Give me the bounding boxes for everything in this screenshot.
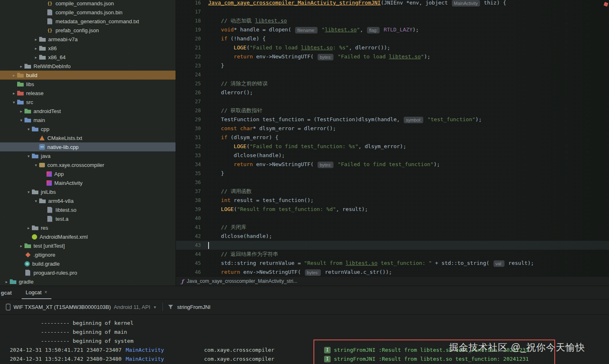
tree-item-java[interactable]: ▾java [0,151,176,160]
tree-item-gradle[interactable]: ▸gradle [0,277,176,286]
code-line-20[interactable]: 20 if (!handle) { [176,34,609,43]
code-line-22[interactable]: 22 return env->NewStringUTF( bytes: "Fai… [176,52,609,61]
code-line-17[interactable]: 17 [176,7,609,16]
tree-item-release[interactable]: ▸release [0,89,176,98]
tree-item-metadata-generation-command-txt[interactable]: metadata_generation_command.txt [0,17,176,26]
chevron-right-icon[interactable]: ▸ [18,109,24,113]
device-selector[interactable]: WIF TXSAM_XT (T1SAMW3B0000103B) Android … [0,304,156,311]
inlay-hint: symbol: [404,117,423,123]
chevron-right-icon[interactable]: ▸ [11,73,17,78]
line-number: 45 [176,259,208,268]
tree-item-libs[interactable]: libs [0,80,176,89]
tree-item-androidtest[interactable]: ▸androidTest [0,107,176,115]
code-line-26[interactable]: 26 dlerror(); [176,88,609,97]
code-line-16[interactable]: 16Java_com_xaye_crosscompiler_MainActivi… [176,0,609,7]
code-line-24[interactable]: 24 [176,70,609,79]
code-line-21[interactable]: 21 LOGE("Failed to load libtest.so: %s",… [176,43,609,52]
tree-item-arm64-v8a[interactable]: ▾arm64-v8a [0,196,176,205]
tab-close-icon[interactable]: × [44,289,47,295]
tree-item-cpp[interactable]: ▾cpp [0,124,176,133]
code-token: } [208,170,224,176]
chevron-right-icon[interactable]: ▸ [18,244,24,248]
chevron-right-icon[interactable]: ▸ [33,37,39,42]
tree-item-cmakelists-txt[interactable]: CMakeLists.txt [0,133,176,142]
tree-item-label: native-lib.cpp [47,144,79,150]
code-line-38[interactable]: 38 int result = test_function(); [176,196,609,205]
tree-item-proguard-rules-pro[interactable]: proguard-rules.pro [0,268,176,277]
tree-item-relwithdebinfo[interactable]: ▸RelWithDebInfo [0,62,176,71]
code-line-34[interactable]: 34 return env->NewStringUTF( bytes: "Fai… [176,160,609,169]
tree-item-compile-commands-json-bin[interactable]: compile_commands.json.bin [0,8,176,17]
tree-item-compile-commands-json[interactable]: {}compile_commands.json [0,0,176,8]
chevron-down-icon[interactable]: ▾ [33,199,39,203]
chevron-down-icon[interactable]: ▾ [25,154,32,158]
code-line-43[interactable]: 43 [176,241,609,250]
code-line-30[interactable]: 30 const char* dlsym_error = dlerror(); [176,124,609,133]
chevron-down-icon[interactable]: ▾ [33,163,39,167]
tree-item-androidmanifest-xml[interactable]: AndroidManifest.xml [0,232,176,241]
tree-item-native-lib-cpp[interactable]: ++native-lib.cpp [0,142,176,151]
code-line-19[interactable]: 19 void* handle = dlopen( filename: "lib… [176,25,609,34]
chevron-right-icon[interactable]: ▸ [18,64,24,69]
code-line-39[interactable]: 39 LOGE("Result from test_function: %d",… [176,205,609,214]
tree-item-mainactivity[interactable]: MainActivity [0,178,176,187]
tree-item-com-xaye-crosscompiler[interactable]: ▾com.xaye.crosscompiler [0,160,176,169]
tree-item-jnilibs[interactable]: ▾jniLibs [0,187,176,196]
tool-window-label-partial[interactable]: gcat [0,290,12,296]
chevron-right-icon[interactable]: ▸ [25,226,32,230]
line-number: 37 [176,187,208,196]
tree-item-test-a[interactable]: test.a [0,214,176,223]
breadcrumb-function-name[interactable]: Java_com_xaye_crosscompiler_MainActivity… [187,278,298,284]
gradle-icon: G [24,261,30,266]
tree-item-build[interactable]: ▸build [0,71,176,80]
chevron-right-icon[interactable]: ▸ [11,91,17,95]
code-line-45[interactable]: 45 std::string returnValue = "Result fro… [176,259,609,268]
code-line-40[interactable]: 40 [176,214,609,223]
code-line-35[interactable]: 35 } [176,169,609,178]
code-line-46[interactable]: 46 return env->NewStringUTF( bytes: retu… [176,268,609,277]
tree-item--gitignore[interactable]: .gitignore [0,250,176,259]
chevron-right-icon[interactable]: ▸ [33,46,39,51]
code-line-37[interactable]: 37 // 调用函数 [176,187,609,196]
log-text: --------- beginning of kernel [41,319,133,328]
tree-item-app[interactable]: App [0,169,176,178]
code-line-33[interactable]: 33 dlclose(handle); [176,151,609,160]
chevron-down-icon[interactable]: ▾ [25,190,32,194]
tree-item-src[interactable]: ▾src [0,98,176,107]
tree-item-x86-64[interactable]: ▸x86_64 [0,53,176,62]
tree-item-armeabi-v7a[interactable]: ▸armeabi-v7a [0,35,176,44]
code-line-42[interactable]: 42 dlclose(handle); [176,232,609,241]
code-line-25[interactable]: 25 // 清除之前的错误 [176,79,609,88]
chevron-right-icon[interactable]: ▸ [3,280,10,284]
inlay-hint: bytes: [318,54,333,60]
tree-item-x86[interactable]: ▸x86 [0,44,176,53]
code-line-41[interactable]: 41 // 关闭库 [176,223,609,232]
tree-item-build-gradle[interactable]: Gbuild.gradle [0,259,176,268]
code-line-18[interactable]: 18 // 动态加载 libtest.so [176,16,609,25]
tab-logcat[interactable]: Logcat × [22,286,51,299]
code-line-32[interactable]: 32 LOGE("Failed to find test_function: %… [176,142,609,151]
code-line-44[interactable]: 44 // 返回结果作为字符串 [176,250,609,259]
log-line[interactable]: --------- beginning of kernel [0,319,609,328]
code-line-27[interactable]: 27 [176,97,609,106]
code-line-31[interactable]: 31 if (dlsym_error) { [176,133,609,142]
chevron-down-icon[interactable]: ▾ [18,118,24,122]
log-line[interactable]: 2024-12-31 13:52:14.742 23480-23480MainA… [0,355,609,364]
code-line-29[interactable]: 29 TestFunction test_function = (TestFun… [176,115,609,124]
log-line[interactable]: --------- beginning of main [0,328,609,337]
tree-item-libtest-so[interactable]: libtest.so [0,205,176,214]
code-line-36[interactable]: 36 [176,178,609,187]
chevron-down-icon[interactable]: ▾ [11,100,17,104]
toolbar-separator [162,303,163,311]
tree-item-res[interactable]: ▸res [0,223,176,232]
code-editor[interactable]: 16Java_com_xaye_crosscompiler_MainActivi… [176,0,609,277]
tree-item-prefab-config-json[interactable]: {}prefab_config.json [0,26,176,35]
code-line-28[interactable]: 28 // 获取函数指针 [176,106,609,115]
tree-item-main[interactable]: ▾main [0,115,176,124]
code-line-23[interactable]: 23 } [176,61,609,70]
chevron-down-icon[interactable]: ▾ [25,127,32,131]
chevron-right-icon[interactable]: ▸ [33,55,39,60]
tree-item-test-unittest-[interactable]: ▸test [unitTest] [0,241,176,250]
code-token: "Result from test_function: %d" [237,206,336,212]
logcat-filter-input[interactable]: stringFromJNI [168,304,211,310]
